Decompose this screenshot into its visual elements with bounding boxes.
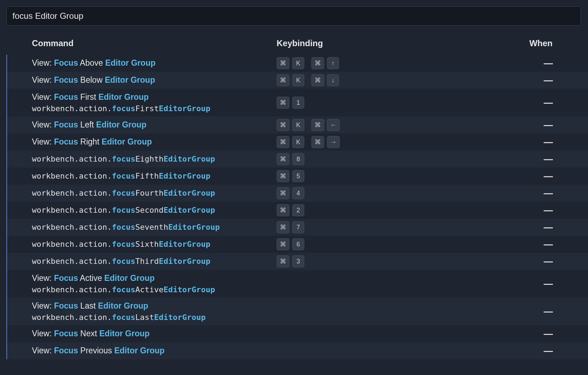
header-command[interactable]: Command bbox=[32, 38, 277, 48]
command-id: workbench.action.focusActiveEditorGroup bbox=[32, 284, 277, 295]
key-cap: ⌘ bbox=[277, 170, 289, 182]
key-cap: K bbox=[292, 74, 304, 86]
command-cell: workbench.action.focusThirdEditorGroup bbox=[32, 256, 277, 267]
key-cap: ← bbox=[327, 119, 340, 131]
when-cell: — bbox=[439, 205, 581, 216]
key-cap: 7 bbox=[292, 221, 304, 233]
command-label: View: Focus First Editor Group bbox=[32, 92, 277, 103]
table-row[interactable]: View: Focus Next Editor Group— bbox=[7, 325, 588, 342]
table-row[interactable]: workbench.action.focusFourthEditorGroup⌘… bbox=[7, 185, 588, 202]
when-cell: — bbox=[439, 75, 581, 86]
table-row[interactable]: workbench.action.focusSecondEditorGroup⌘… bbox=[7, 202, 588, 219]
command-cell: View: Focus Next Editor Group bbox=[32, 328, 277, 339]
when-cell: — bbox=[439, 97, 581, 108]
when-cell: — bbox=[439, 222, 581, 233]
key-cap: ⌘ bbox=[277, 153, 289, 165]
table-body: View: Focus Above Editor Group⌘K⌘↑—View:… bbox=[6, 55, 588, 359]
command-cell: workbench.action.focusSeventhEditorGroup bbox=[32, 222, 277, 233]
command-label: View: Focus Below Editor Group bbox=[32, 75, 277, 86]
command-id: workbench.action.focusFifthEditorGroup bbox=[32, 171, 277, 181]
keybinding-cell: ⌘4 bbox=[277, 187, 439, 199]
when-cell: — bbox=[439, 239, 581, 250]
command-cell: View: Focus Above Editor Group bbox=[32, 58, 277, 69]
when-cell: — bbox=[439, 137, 581, 148]
keybindings-table: Command Keybinding When View: Focus Abov… bbox=[6, 32, 588, 359]
key-cap: ⌘ bbox=[277, 221, 289, 233]
keybinding-cell: ⌘K⌘← bbox=[277, 119, 439, 131]
command-label: View: Focus Left Editor Group bbox=[32, 119, 277, 130]
when-cell: — bbox=[439, 306, 581, 317]
keybinding-cell: ⌘7 bbox=[277, 221, 439, 233]
key-cap: K bbox=[292, 136, 304, 148]
key-cap: ⌘ bbox=[311, 57, 324, 69]
when-cell: — bbox=[439, 120, 581, 131]
when-cell: — bbox=[439, 154, 581, 165]
key-cap: ⌘ bbox=[277, 97, 289, 109]
command-id: workbench.action.focusSeventhEditorGroup bbox=[32, 222, 277, 233]
key-cap: 6 bbox=[292, 238, 304, 250]
key-cap: ⌘ bbox=[277, 204, 289, 216]
command-cell: View: Focus Active Editor Groupworkbench… bbox=[32, 273, 277, 295]
keybinding-cell: ⌘8 bbox=[277, 153, 439, 165]
table-row[interactable]: workbench.action.focusFifthEditorGroup⌘5… bbox=[7, 168, 588, 185]
command-id: workbench.action.focusSixthEditorGroup bbox=[32, 239, 277, 250]
command-label: View: Focus Right Editor Group bbox=[32, 136, 277, 147]
table-row[interactable]: View: Focus Last Editor Groupworkbench.a… bbox=[7, 298, 588, 325]
table-header-row: Command Keybinding When bbox=[6, 32, 588, 55]
keybinding-cell: ⌘K⌘↑ bbox=[277, 57, 439, 69]
table-row[interactable]: View: Focus Previous Editor Group— bbox=[7, 342, 588, 359]
table-row[interactable]: View: Focus Above Editor Group⌘K⌘↑— bbox=[7, 55, 588, 72]
table-row[interactable]: View: Focus Below Editor Group⌘K⌘↓— bbox=[7, 72, 588, 89]
command-label: View: Focus Above Editor Group bbox=[32, 58, 277, 69]
keybinding-cell: ⌘1 bbox=[277, 97, 439, 109]
key-cap: ⌘ bbox=[277, 74, 289, 86]
command-id: workbench.action.focusFirstEditorGroup bbox=[32, 103, 277, 114]
table-row[interactable]: workbench.action.focusEighthEditorGroup⌘… bbox=[7, 151, 588, 168]
command-cell: workbench.action.focusFifthEditorGroup bbox=[32, 171, 277, 181]
keybinding-cell: ⌘5 bbox=[277, 170, 439, 182]
keybinding-cell: ⌘K⌘↓ bbox=[277, 74, 439, 86]
table-row[interactable]: View: Focus Active Editor Groupworkbench… bbox=[7, 270, 588, 298]
key-cap: ⌘ bbox=[311, 119, 324, 131]
table-row[interactable]: View: Focus First Editor Groupworkbench.… bbox=[7, 89, 588, 116]
key-cap: 4 bbox=[292, 187, 304, 199]
command-id: workbench.action.focusSecondEditorGroup bbox=[32, 205, 277, 216]
when-cell: — bbox=[439, 278, 581, 289]
key-cap: 2 bbox=[292, 204, 304, 216]
command-cell: workbench.action.focusSecondEditorGroup bbox=[32, 205, 277, 216]
command-cell: workbench.action.focusEighthEditorGroup bbox=[32, 154, 277, 164]
keybinding-cell: ⌘K⌘→ bbox=[277, 136, 439, 148]
table-row[interactable]: View: Focus Left Editor Group⌘K⌘←— bbox=[7, 116, 588, 134]
table-row[interactable]: workbench.action.focusSeventhEditorGroup… bbox=[7, 219, 588, 236]
command-id: workbench.action.focusThirdEditorGroup bbox=[32, 256, 277, 267]
key-cap: ⌘ bbox=[277, 57, 289, 69]
command-cell: workbench.action.focusSixthEditorGroup bbox=[32, 239, 277, 250]
key-cap: ⌘ bbox=[311, 74, 324, 86]
command-cell: View: Focus Right Editor Group bbox=[32, 136, 277, 147]
header-keybinding[interactable]: Keybinding bbox=[277, 38, 439, 48]
header-when[interactable]: When bbox=[439, 38, 581, 48]
keybinding-cell: ⌘2 bbox=[277, 204, 439, 216]
table-row[interactable]: View: Focus Right Editor Group⌘K⌘→— bbox=[7, 134, 588, 151]
when-cell: — bbox=[439, 188, 581, 199]
key-cap: ⌘ bbox=[311, 136, 324, 148]
search-input[interactable] bbox=[6, 6, 581, 26]
table-row[interactable]: workbench.action.focusSixthEditorGroup⌘6… bbox=[7, 236, 588, 253]
command-cell: View: Focus Left Editor Group bbox=[32, 119, 277, 130]
key-cap: K bbox=[292, 57, 304, 69]
table-row[interactable]: workbench.action.focusThirdEditorGroup⌘3… bbox=[7, 253, 588, 270]
key-cap: 1 bbox=[292, 97, 304, 109]
command-cell: View: Focus First Editor Groupworkbench.… bbox=[32, 92, 277, 114]
when-cell: — bbox=[439, 256, 581, 267]
command-cell: View: Focus Last Editor Groupworkbench.a… bbox=[32, 300, 277, 323]
command-id: workbench.action.focusLastEditorGroup bbox=[32, 312, 277, 323]
command-label: View: Focus Next Editor Group bbox=[32, 328, 277, 339]
key-cap: 3 bbox=[292, 255, 304, 267]
key-cap: ⌘ bbox=[277, 255, 289, 267]
command-label: View: Focus Active Editor Group bbox=[32, 273, 277, 284]
command-cell: View: Focus Below Editor Group bbox=[32, 75, 277, 86]
when-cell: — bbox=[439, 328, 581, 339]
key-cap: 5 bbox=[292, 170, 304, 182]
key-cap: ↑ bbox=[327, 57, 339, 69]
command-cell: View: Focus Previous Editor Group bbox=[32, 345, 277, 356]
